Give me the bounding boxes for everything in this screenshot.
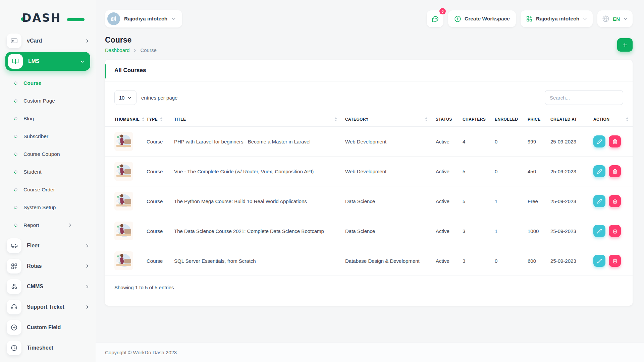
language-selector[interactable]: EN bbox=[597, 10, 633, 27]
col-thumbnail[interactable]: Thumbnail bbox=[105, 112, 143, 127]
sidebar-item-system-setup[interactable]: System Setup bbox=[0, 198, 96, 216]
table-row: Course The Python Mega Course: Build 10 … bbox=[105, 186, 633, 216]
chevron-right-icon bbox=[85, 264, 90, 268]
cell-title: Vue - The Complete Guide (w/ Router, Vue… bbox=[170, 157, 341, 186]
sidebar-item-label: Blog bbox=[23, 116, 96, 122]
edit-button[interactable] bbox=[593, 165, 605, 177]
bullet-icon bbox=[13, 99, 18, 103]
table-row: Course PHP with Laravel for beginners - … bbox=[105, 127, 633, 157]
sidebar-item-label: CMMS bbox=[27, 284, 79, 290]
edit-button[interactable] bbox=[593, 195, 605, 207]
sidebar-item-vcard[interactable]: vCard bbox=[0, 31, 96, 51]
clock-icon bbox=[7, 341, 21, 355]
sidebar-item-cmms[interactable]: CMMS bbox=[0, 276, 96, 297]
pencil-icon bbox=[597, 199, 602, 204]
workspace-switcher[interactable]: Rajodiya infotech bbox=[105, 10, 182, 27]
sidebar-item-fleet[interactable]: Fleet bbox=[0, 235, 96, 256]
company-dropdown[interactable]: Rajodiya infotech bbox=[521, 10, 593, 27]
cell-title: PHP with Laravel for beginners - Become … bbox=[170, 127, 341, 157]
course-thumbnail bbox=[114, 192, 133, 210]
sidebar-item-custom-page[interactable]: Custom Page bbox=[0, 92, 96, 110]
search-input[interactable] bbox=[545, 90, 623, 105]
sidebar-item-label: Fleet bbox=[27, 243, 79, 249]
edit-button[interactable] bbox=[593, 255, 605, 267]
chevron-right-icon bbox=[85, 305, 90, 309]
add-course-button[interactable] bbox=[617, 38, 633, 52]
sidebar-item-label: Timesheet bbox=[27, 345, 90, 351]
language-code: EN bbox=[613, 16, 620, 22]
table-row: Course The Data Science Course 2021: Com… bbox=[105, 216, 633, 246]
cell-enrolled: 0 bbox=[491, 127, 524, 157]
chat-icon bbox=[431, 15, 439, 23]
delete-button[interactable] bbox=[609, 165, 621, 177]
table-controls: 10 entries per page bbox=[105, 81, 633, 112]
edit-button[interactable] bbox=[593, 135, 605, 147]
delete-button[interactable] bbox=[609, 225, 621, 237]
cell-chapters: 3 bbox=[459, 216, 491, 246]
sidebar-item-lms[interactable]: LMS bbox=[5, 52, 90, 71]
course-thumbnail bbox=[114, 222, 133, 240]
sidebar-item-blog[interactable]: Blog bbox=[0, 110, 96, 127]
sidebar-item-student[interactable]: Student bbox=[0, 163, 96, 181]
create-workspace-button[interactable]: Create Workspace bbox=[448, 10, 516, 27]
cell-enrolled: 1 bbox=[491, 216, 524, 246]
sidebar-item-course[interactable]: Course bbox=[0, 74, 96, 92]
col-category[interactable]: Category bbox=[341, 112, 432, 127]
delete-button[interactable] bbox=[609, 255, 621, 267]
col-price[interactable]: Price bbox=[524, 112, 546, 127]
cell-type: Course bbox=[143, 216, 170, 246]
create-workspace-label: Create Workspace bbox=[465, 16, 510, 22]
cell-status: Active bbox=[432, 186, 459, 216]
plus-icon bbox=[622, 42, 628, 48]
bullet-icon bbox=[13, 187, 18, 192]
sort-icon bbox=[626, 117, 629, 121]
col-chapters[interactable]: Chapters bbox=[459, 112, 491, 127]
globe-icon bbox=[602, 15, 609, 22]
workspace-avatar bbox=[107, 12, 120, 25]
sidebar-item-course-coupon[interactable]: Course Coupon bbox=[0, 145, 96, 163]
chevron-right-icon bbox=[133, 48, 137, 52]
entries-per-page-select[interactable]: 10 bbox=[114, 90, 137, 105]
cell-category: Data Science bbox=[341, 216, 432, 246]
course-table-body: Course PHP with Laravel for beginners - … bbox=[105, 127, 633, 276]
col-title[interactable]: Title bbox=[170, 112, 341, 127]
breadcrumb-dashboard[interactable]: Dashboard bbox=[105, 47, 129, 53]
cell-status: Active bbox=[432, 246, 459, 276]
pencil-icon bbox=[597, 169, 602, 174]
cell-enrolled: 0 bbox=[491, 246, 524, 276]
topbar-actions: 0 Create Workspace Rajodiya infotech EN bbox=[427, 10, 633, 27]
page-title: Course bbox=[105, 36, 157, 45]
sidebar-item-label: Subscriber bbox=[23, 133, 96, 139]
col-created-at[interactable]: Created At bbox=[546, 112, 589, 127]
card-title: All Courses bbox=[114, 67, 146, 73]
col-action[interactable]: Action bbox=[589, 112, 633, 127]
edit-button[interactable] bbox=[593, 225, 605, 237]
sidebar-item-label: Support Ticket bbox=[27, 304, 79, 310]
sidebar-item-support-ticket[interactable]: Support Ticket bbox=[0, 297, 96, 317]
cell-category: Web Development bbox=[341, 127, 432, 157]
sidebar-item-timesheet[interactable]: Timesheet bbox=[0, 338, 96, 358]
cell-enrolled: 1 bbox=[491, 186, 524, 216]
sidebar-item-custom-field[interactable]: Custom Field bbox=[0, 317, 96, 338]
col-enrolled[interactable]: Enrolled bbox=[491, 112, 524, 127]
pencil-icon bbox=[597, 258, 602, 263]
sidebar-item-course-order[interactable]: Course Order bbox=[0, 181, 96, 198]
workspace-grid-icon bbox=[526, 15, 533, 22]
sidebar-item-label: System Setup bbox=[23, 204, 96, 210]
cell-type: Course bbox=[143, 157, 170, 186]
delete-button[interactable] bbox=[609, 135, 621, 147]
pencil-icon bbox=[597, 229, 602, 234]
sidebar-item-subscriber[interactable]: Subscriber bbox=[0, 127, 96, 145]
pencil-icon bbox=[597, 139, 602, 144]
bullet-icon bbox=[13, 152, 18, 157]
cell-created-at: 25-09-2023 bbox=[546, 216, 589, 246]
sidebar-item-report[interactable]: Report bbox=[0, 216, 96, 234]
col-status[interactable]: Status bbox=[432, 112, 459, 127]
circles-icon bbox=[7, 279, 21, 294]
col-type[interactable]: Type bbox=[143, 112, 170, 127]
sidebar-item-rotas[interactable]: Rotas bbox=[0, 256, 96, 276]
messages-button[interactable]: 0 bbox=[427, 10, 443, 27]
delete-button[interactable] bbox=[609, 195, 621, 207]
cell-title: The Python Mega Course: Build 10 Real Wo… bbox=[170, 186, 341, 216]
sidebar-item-label: vCard bbox=[27, 38, 79, 44]
